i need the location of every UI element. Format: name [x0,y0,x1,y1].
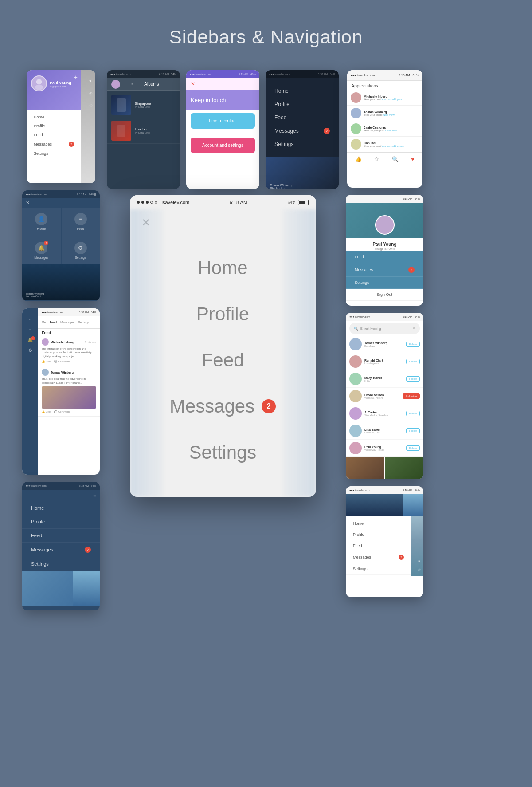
nav-home[interactable]: Home [27,113,81,122]
follow-btn-1[interactable]: Follow [406,342,420,347]
nav-feed[interactable]: Feed [22,529,100,543]
footer-icon-heart[interactable]: ♥ [411,156,414,162]
album-item-2[interactable]: London by Lara Letel [107,118,180,144]
footer-icon-thumbs[interactable]: 👍 [355,156,362,162]
person-avatar-7 [349,442,362,454]
footer-icon-star[interactable]: ☆ [374,156,379,162]
menu-profile[interactable]: Profile [130,291,316,337]
phone-appreciations: ●●● isavelev.com 5:15 AM 31% Appreciatio… [347,70,422,188]
close-icon[interactable]: ✕ [26,200,30,206]
menu-home[interactable]: Home [130,245,316,291]
phone3-status: ●●● isavelev.com 6:19 AM 46% [186,70,259,78]
notif-3: Janie Customs likes on your post Dear Mi… [347,121,422,137]
follow-btn-3[interactable]: Follow [406,376,420,382]
status-left: ●●● isavelev.com [110,73,131,75]
comment-action[interactable]: 💬 Comment [54,360,70,363]
menu-settings[interactable]: Settings [130,429,316,476]
sidebar-feed-icon[interactable]: ≡ [29,327,31,332]
notif-link-3[interactable]: Dear Mille... [385,129,399,132]
menu-messages[interactable]: Messages 2 [130,383,316,429]
status-right: 6:18 AM 54% [318,73,335,75]
nav-profile[interactable]: Profile [266,98,339,111]
tab-me[interactable]: Me [42,321,46,324]
nav-settings[interactable]: Settings [346,563,411,575]
like-action2[interactable]: 👍 Like [42,410,51,413]
post1-avatar [42,338,49,346]
icon-feed[interactable]: ≡ Feed [62,208,100,236]
nav-feed[interactable]: Feed [27,130,81,139]
phone9-status: ← 6:18 AM 54% [346,195,423,203]
tab-messages[interactable]: Messages [60,321,74,324]
sidebar-home-icon[interactable]: ⌂ [29,317,31,322]
nav-profile[interactable]: Profile [27,122,81,130]
notif-desc-2: likes your photo Nice view [364,114,419,116]
teal-feed[interactable]: Feed [346,251,423,263]
nav-home[interactable]: Home [266,84,339,98]
dot4 [150,201,153,204]
teal-messages[interactable]: Messages 2 [346,263,423,277]
status-back[interactable]: ← [349,197,352,200]
nav-feed[interactable]: Feed [266,111,339,124]
status-right: 5:15 AM 31% [399,74,419,77]
image-overlay [73,571,100,606]
album-item-1[interactable]: Singapore by Lara Letel [107,92,180,118]
messages-label: Messages [34,256,48,259]
menu-icon[interactable]: ≡ [93,493,96,499]
nav-messages[interactable]: Messages 2 [346,551,411,563]
person-7: Paul Young Woodway, Texas Follow [346,440,423,457]
teal-settings[interactable]: Settings [346,277,423,289]
comment-action2[interactable]: 💬 Comment [54,410,70,413]
notif-1: Michaele Inburg likes your post You can … [347,90,422,106]
person-avatar-6 [349,425,362,437]
phone4-status: ●●● isavelev.com 6:18 AM 54% [266,70,339,78]
phone3-close[interactable]: ✕ [186,78,259,90]
notif-link-2[interactable]: Nice view [383,114,395,116]
account-settings-btn[interactable]: Account and settings [191,138,255,153]
phone4-image: Tomas Winberg Stockholm [266,157,339,189]
nav-profile[interactable]: Profile [22,515,100,529]
sidebar-settings-icon[interactable]: ⚙ [28,348,32,353]
icon-profile[interactable]: 👤 Profile [22,208,61,236]
person-loc-2: Los Angeles [364,362,403,365]
person-loc-7: Woodway, Texas [364,449,403,451]
messages-badge: 2 [85,547,91,553]
icon-messages[interactable]: 🔔 2 Messages [22,236,61,264]
footer-icon-search[interactable]: 🔍 [392,156,399,162]
nav-settings[interactable]: Settings [27,149,81,158]
like-action[interactable]: 👍 Like [42,360,51,363]
notif-link-1[interactable]: You can add your... [381,98,404,101]
menu-icon[interactable]: ≡ [131,83,133,86]
notif-text-4: Cap Indl likes your post You can add you… [364,142,419,147]
nav-home[interactable]: Home [346,518,411,529]
search-bar[interactable]: 🔍 Ernest Heming ✕ [349,323,420,334]
person-info-2: Ronald Clark Los Angeles [364,359,403,365]
follow-btn-4[interactable]: Following [403,394,420,399]
nav-messages[interactable]: Messages 2 [27,139,81,149]
follow-btn-5[interactable]: Follow [406,411,420,416]
nav-feed[interactable]: Feed [346,540,411,551]
post2-header: Tomas Winberg [42,369,96,376]
tab-feed[interactable]: Feed [50,321,57,324]
nav-home[interactable]: Home [22,501,100,515]
sign-out-btn[interactable]: Sign Out [346,289,423,301]
person-loc-5: Stockholm, Sweden [364,414,403,417]
profile-label: Profile [31,519,45,524]
plus-icon[interactable]: + [74,74,78,81]
clear-icon[interactable]: ✕ [413,327,415,330]
spacer [186,131,259,135]
find-contact-btn[interactable]: Find a contact [191,113,255,129]
post2-avatar [42,369,49,376]
nav-messages[interactable]: Messages 2 [22,543,100,557]
nav-settings[interactable]: Settings [266,138,339,151]
follow-btn-2[interactable]: Follow [406,359,420,364]
icon-settings[interactable]: ⚙ Settings [62,236,100,264]
follow-btn-6[interactable]: Follow [406,428,420,433]
notif-link-4[interactable]: You can add your... [381,145,404,147]
nav-profile[interactable]: Profile [346,529,411,540]
tab-settings[interactable]: Settings [78,321,89,324]
nav-messages[interactable]: Messages 2 [266,124,339,138]
nav-settings[interactable]: Settings [22,557,100,571]
follow-btn-7[interactable]: Follow [406,445,420,451]
post1-actions: 👍 Like 💬 Comment [42,360,96,363]
menu-feed[interactable]: Feed [130,337,316,383]
